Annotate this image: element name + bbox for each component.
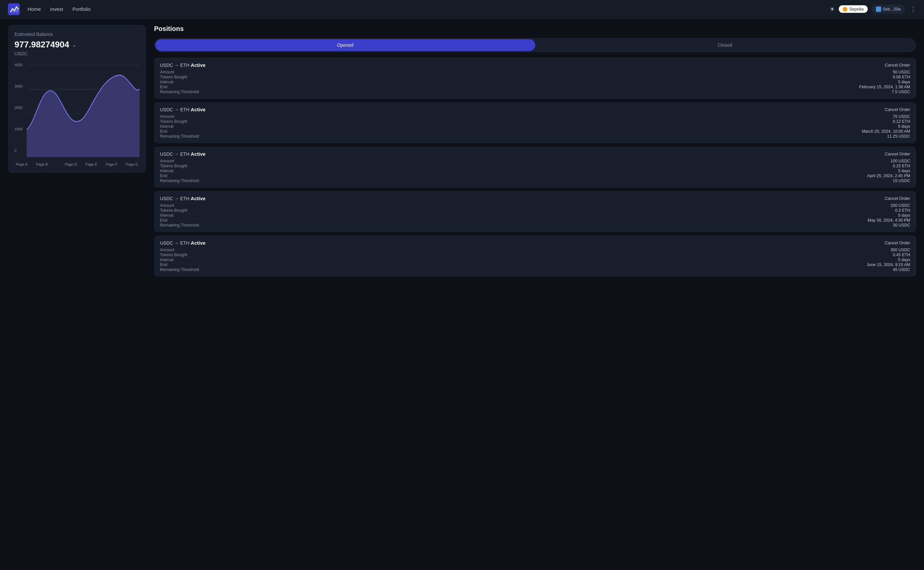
tab-closed[interactable]: Closed — [535, 39, 915, 51]
position-pair-1: USDC → ETH Active — [160, 107, 205, 112]
nav-invest[interactable]: Invest — [50, 6, 63, 12]
y-label-0: 0 — [14, 149, 25, 152]
detail-tokens-row-4: Tokens Bought 0.45 ETH — [160, 253, 910, 257]
threshold-value-0: 7.5 USDC — [892, 90, 910, 94]
threshold-value-2: 15 USDC — [893, 178, 910, 183]
detail-threshold-row-2: Remaining Threshold 15 USDC — [160, 178, 910, 183]
cancel-order-button-4[interactable]: Cancel Order — [885, 241, 910, 245]
y-label-1000: 1000 — [14, 127, 25, 131]
detail-amount-row-4: Amount 300 USDC — [160, 248, 910, 252]
position-details-4: Amount 300 USDC Tokens Bought 0.45 ETH I… — [160, 248, 910, 272]
end-value-4: June 15, 2024, 9:15 AM — [867, 262, 910, 267]
cancel-order-button-2[interactable]: Cancel Order — [885, 152, 910, 156]
chart-area: 4000 3000 2000 1000 0 — [14, 61, 139, 166]
threshold-value-1: 11.25 USDC — [887, 134, 910, 139]
kebab-menu-icon[interactable]: ⋮ — [910, 6, 916, 13]
x-label-f: Page F — [106, 162, 117, 166]
position-header-3: USDC → ETH Active Cancel Order — [160, 196, 910, 201]
network-badge[interactable]: Sepolia — [839, 5, 867, 13]
y-label-3000: 3000 — [14, 84, 25, 88]
amount-value-3: 200 USDC — [890, 203, 910, 208]
cancel-order-button-3[interactable]: Cancel Order — [885, 196, 910, 201]
position-details-2: Amount 100 USDC Tokens Bought 0.15 ETH I… — [160, 159, 910, 183]
x-label-g: Page G — [126, 162, 138, 166]
detail-interval-row-4: Interval 5 days — [160, 257, 910, 262]
end-label-1: End — [160, 129, 167, 134]
pair-label-3: USDC → ETH — [160, 196, 189, 201]
tokens-label-2: Tokens Bought — [160, 164, 187, 168]
threshold-label-0: Remaining Threshold — [160, 90, 199, 94]
end-value-2: April 25, 2024, 2:45 PM — [867, 173, 910, 178]
detail-tokens-row-3: Tokens Bought 0.3 ETH — [160, 208, 910, 213]
position-card-2: USDC → ETH Active Cancel Order Amount 10… — [154, 147, 916, 188]
tokens-label-4: Tokens Bought — [160, 253, 187, 257]
nav-home[interactable]: Home — [28, 6, 41, 12]
x-label-b: Page B — [36, 162, 48, 166]
position-pair-2: USDC → ETH Active — [160, 151, 205, 157]
x-label-e: Page E — [85, 162, 97, 166]
end-label-0: End — [160, 84, 167, 89]
detail-amount-row-2: Amount 100 USDC — [160, 159, 910, 163]
status-label-1: Active — [191, 107, 205, 112]
interval-value-3: 5 days — [898, 213, 910, 218]
cancel-order-button-1[interactable]: Cancel Order — [885, 107, 910, 112]
amount-value-1: 75 USDC — [893, 114, 910, 119]
position-header-1: USDC → ETH Active Cancel Order — [160, 107, 910, 112]
detail-interval-row-1: Interval 5 days — [160, 124, 910, 129]
x-label-a: Page A — [16, 162, 28, 166]
position-header-4: USDC → ETH Active Cancel Order — [160, 240, 910, 246]
interval-value-4: 5 days — [898, 257, 910, 262]
threshold-value-3: 30 USDC — [893, 223, 910, 228]
threshold-value-4: 45 USDC — [893, 267, 910, 272]
detail-threshold-row-3: Remaining Threshold 30 USDC — [160, 223, 910, 228]
y-label-2000: 2000 — [14, 106, 25, 110]
positions-list: USDC → ETH Active Cancel Order Amount 50… — [154, 58, 916, 277]
tab-bar: Opened Closed — [154, 38, 916, 52]
tokens-value-0: 0.08 ETH — [893, 75, 910, 80]
threshold-label-3: Remaining Threshold — [160, 223, 199, 228]
balance-card: Estimated Balance 977.98274904 ⌄ USDC 40… — [8, 25, 146, 173]
detail-amount-row-1: Amount 75 USDC — [160, 114, 910, 119]
detail-end-row-0: End February 15, 2024, 1:36 AM — [160, 84, 910, 89]
amount-value-2: 100 USDC — [890, 159, 910, 163]
chart-x-axis: Page A Page B Page D Page E Page F Page … — [14, 160, 139, 166]
amount-label-0: Amount — [160, 70, 174, 74]
end-value-0: February 15, 2024, 1:36 AM — [859, 84, 910, 89]
pair-label-0: USDC → ETH — [160, 63, 189, 68]
tab-opened[interactable]: Opened — [155, 39, 535, 51]
nav-portfolio[interactable]: Portfolio — [72, 6, 90, 12]
threshold-label-2: Remaining Threshold — [160, 178, 199, 183]
chevron-down-icon[interactable]: ⌄ — [72, 41, 77, 48]
amount-value-0: 50 USDC — [893, 70, 910, 74]
navbar-right: ☀ Sepolia 0xb...20a ⋮ — [829, 5, 916, 14]
interval-label-2: Interval — [160, 169, 173, 173]
network-dot — [843, 7, 847, 12]
interval-value-2: 5 days — [898, 169, 910, 173]
position-card-1: USDC → ETH Active Cancel Order Amount 75… — [154, 102, 916, 143]
balance-row: 977.98274904 ⌄ — [14, 40, 139, 50]
detail-tokens-row-2: Tokens Bought 0.15 ETH — [160, 164, 910, 168]
interval-label-3: Interval — [160, 213, 173, 218]
theme-toggle-icon[interactable]: ☀ — [829, 6, 835, 13]
threshold-label-1: Remaining Threshold — [160, 134, 199, 139]
pair-label-1: USDC → ETH — [160, 107, 189, 112]
amount-label-3: Amount — [160, 203, 174, 208]
detail-tokens-row-1: Tokens Bought 0.12 ETH — [160, 119, 910, 124]
detail-end-row-3: End May 30, 2024, 4:30 PM — [160, 218, 910, 222]
wallet-badge[interactable]: 0xb...20a — [872, 5, 905, 14]
threshold-label-4: Remaining Threshold — [160, 267, 199, 272]
detail-interval-row-0: Interval 5 days — [160, 80, 910, 84]
tokens-value-2: 0.15 ETH — [893, 164, 910, 168]
app-logo — [8, 3, 20, 15]
tokens-label-1: Tokens Bought — [160, 119, 187, 124]
position-card-4: USDC → ETH Active Cancel Order Amount 30… — [154, 236, 916, 277]
interval-label-0: Interval — [160, 80, 173, 84]
cancel-order-button-0[interactable]: Cancel Order — [885, 63, 910, 67]
tokens-label-0: Tokens Bought — [160, 75, 187, 80]
detail-amount-row-0: Amount 50 USDC — [160, 70, 910, 74]
position-card-0: USDC → ETH Active Cancel Order Amount 50… — [154, 58, 916, 99]
detail-end-row-4: End June 15, 2024, 9:15 AM — [160, 262, 910, 267]
position-details-3: Amount 200 USDC Tokens Bought 0.3 ETH In… — [160, 203, 910, 228]
chart-svg — [27, 61, 139, 160]
main-layout: Estimated Balance 977.98274904 ⌄ USDC 40… — [0, 18, 924, 287]
